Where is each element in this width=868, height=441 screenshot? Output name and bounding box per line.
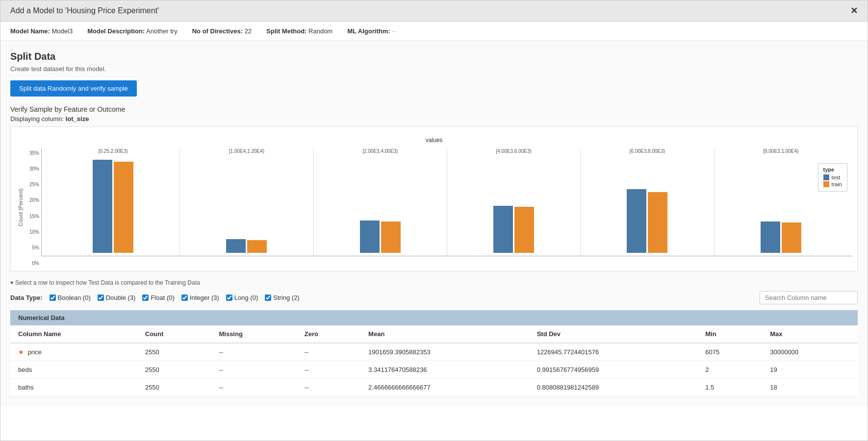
no-of-directives-item: No of Directives: 22 — [192, 27, 252, 35]
split-method-label: Split Method: — [266, 27, 306, 35]
bar-group1-train — [114, 162, 133, 253]
ml-algorithm-label: ML Algorithm: — [347, 27, 390, 35]
legend-title: type — [823, 167, 842, 172]
filter-float-checkbox[interactable] — [142, 294, 149, 301]
bar-group6-train — [782, 222, 801, 253]
cell-min: 6075 — [697, 343, 762, 361]
chart-area: values Count (Percent) 35% 30% 25% 20% 1… — [10, 126, 858, 271]
no-of-directives-value: 22 — [245, 27, 252, 35]
chart-legend: type test train — [818, 163, 847, 192]
cell-stddev: 0.8080881981242589 — [529, 379, 698, 396]
table-row[interactable]: ★ price 2550 -- -- 1901659.3905882353 12… — [10, 343, 858, 361]
legend-test-label: test — [832, 174, 841, 180]
model-desc-value: Another try — [146, 27, 178, 35]
col-header-missing: Missing — [211, 325, 296, 343]
filter-boolean-checkbox[interactable] — [50, 294, 56, 301]
cell-stddev: 0.9915676774956959 — [529, 361, 698, 379]
inspect-row: ▾ Select a row to inspect how Test Data … — [10, 279, 858, 286]
data-type-label: Data Type: — [10, 294, 43, 301]
content-area: Split Data Create test dataset for this … — [0, 41, 868, 406]
cell-zero: -- — [297, 361, 360, 379]
bar-group3-test — [360, 220, 380, 253]
filter-row: Data Type: Boolean (0) Double (3) Float … — [10, 291, 858, 304]
filter-integer-checkbox[interactable] — [181, 294, 188, 301]
cell-missing: -- — [211, 379, 296, 396]
cell-count: 2550 — [137, 379, 211, 396]
cell-missing: -- — [211, 361, 296, 379]
cell-count: 2550 — [137, 361, 211, 379]
cell-mean: 3.341176470588236 — [360, 361, 529, 379]
split-data-button[interactable]: Split data Randomly and verify sample — [10, 80, 137, 97]
model-name-item: Model Name: Model3 — [10, 27, 73, 35]
cell-max: 18 — [762, 379, 858, 396]
bar-group5-test — [627, 189, 646, 253]
ml-algorithm-value: -- — [392, 27, 396, 35]
cell-name: ★ price — [10, 343, 137, 361]
filter-integer[interactable]: Integer (3) — [181, 294, 219, 301]
modal-header: Add a Model to 'Housing Price Experiment… — [0, 0, 868, 22]
verify-label: Verify Sample by Feature or Outcome — [10, 105, 858, 113]
cell-count: 2550 — [137, 343, 211, 361]
model-desc-label: Model Description: — [87, 27, 145, 35]
y-ticks: 35% 30% 25% 20% 15% 10% 5% 0% — [26, 148, 41, 266]
displaying-column: lot_size — [66, 115, 89, 122]
cell-missing: -- — [211, 343, 296, 361]
bar-group2-train — [247, 240, 267, 253]
filter-boolean[interactable]: Boolean (0) — [50, 294, 91, 301]
cell-name: beds — [10, 361, 137, 379]
bar-group4-test — [493, 206, 513, 253]
col-header-count: Count — [137, 325, 211, 343]
filter-double-checkbox[interactable] — [98, 294, 104, 301]
filter-string[interactable]: String (2) — [265, 294, 299, 301]
col-header-zero: Zero — [297, 325, 360, 343]
legend-test-item: test — [823, 174, 842, 180]
col-header-stddev: Std Dev — [529, 325, 698, 343]
inspect-text: Select a row to inspect how Test Data is… — [15, 279, 200, 286]
filter-string-checkbox[interactable] — [265, 294, 271, 301]
bar-group1-test — [93, 160, 112, 253]
table-row[interactable]: baths 2550 -- -- 2.4666666666666677 0.80… — [10, 379, 858, 396]
cell-max: 30000000 — [762, 343, 858, 361]
cell-max: 19 — [762, 361, 858, 379]
cell-zero: -- — [297, 379, 360, 396]
bar-group4-train — [514, 207, 534, 253]
data-table: Column Name Count Missing Zero Mean Std … — [10, 325, 858, 396]
cell-min: 1.5 — [697, 379, 762, 396]
bar-group3-train — [381, 221, 401, 253]
split-method-value: Random — [308, 27, 332, 35]
model-desc-item: Model Description: Another try — [87, 27, 178, 35]
bar-group6-test — [761, 221, 780, 253]
bar-group2-test — [226, 239, 246, 253]
cell-zero: -- — [297, 343, 360, 361]
col-header-name: Column Name — [10, 325, 137, 343]
filter-long[interactable]: Long (0) — [226, 294, 258, 301]
col-header-min: Min — [697, 325, 762, 343]
chart-wrapper: Count (Percent) 35% 30% 25% 20% 15% 10% … — [16, 148, 852, 266]
chart-x-title: values — [16, 137, 852, 144]
no-of-directives-label: No of Directives: — [192, 27, 243, 35]
legend-test-color — [823, 174, 829, 180]
model-info-bar: Model Name: Model3 Model Description: An… — [0, 22, 868, 41]
cell-mean: 1901659.3905882353 — [360, 343, 529, 361]
col-header-mean: Mean — [360, 325, 529, 343]
filter-double[interactable]: Double (3) — [98, 294, 136, 301]
search-column-input[interactable] — [760, 291, 858, 304]
star-icon: ★ — [18, 348, 24, 356]
close-button[interactable]: ✕ — [850, 6, 858, 15]
model-name-label: Model Name: — [10, 27, 50, 35]
legend-train-item: train — [823, 181, 842, 187]
col-header-max: Max — [762, 325, 858, 343]
filter-long-checkbox[interactable] — [226, 294, 232, 301]
displaying-label: Displaying column: lot_size — [10, 115, 858, 122]
modal-title: Add a Model to 'Housing Price Experiment… — [10, 6, 159, 15]
section-title: Split Data — [10, 51, 858, 62]
legend-train-label: train — [832, 181, 842, 187]
model-name-value: Model3 — [52, 27, 73, 35]
filter-float[interactable]: Float (0) — [142, 294, 174, 301]
split-method-item: Split Method: Random — [266, 27, 332, 35]
bar-group5-train — [648, 192, 667, 253]
table-row[interactable]: beds 2550 -- -- 3.341176470588236 0.9915… — [10, 361, 858, 379]
section-subtitle: Create test dataset for this model. — [10, 65, 858, 73]
y-axis-label: Count (Percent) — [16, 148, 26, 266]
legend-train-color — [823, 181, 829, 187]
